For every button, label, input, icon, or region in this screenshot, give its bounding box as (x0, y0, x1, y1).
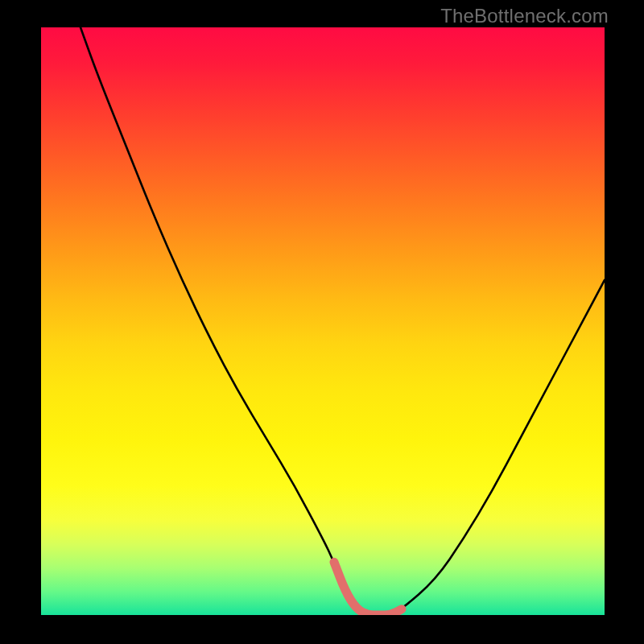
bottleneck-curve-highlight (334, 562, 402, 615)
bottleneck-curve-line (80, 27, 605, 615)
watermark-text: TheBottleneck.com (440, 5, 609, 27)
plot-area (41, 27, 605, 615)
chart-frame: TheBottleneck.com (0, 0, 644, 644)
curve-svg (41, 27, 605, 615)
